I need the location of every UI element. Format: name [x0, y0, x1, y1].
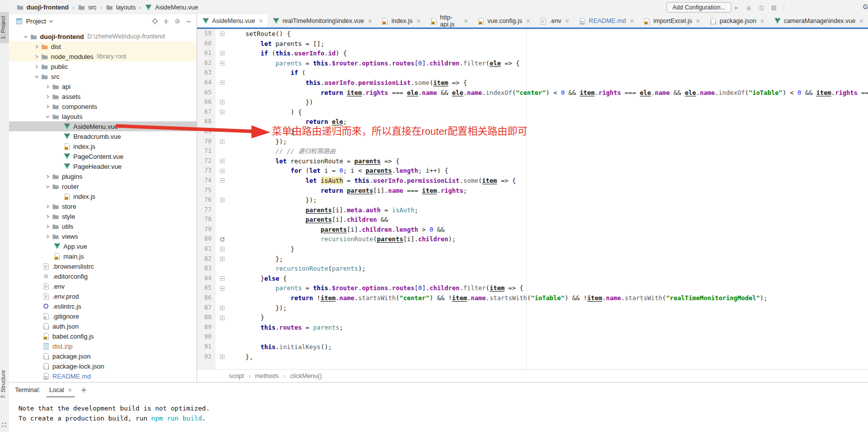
run-with-coverage-icon[interactable] [758, 5, 765, 11]
tree-item[interactable]: style [9, 211, 197, 221]
tree-item[interactable]: JSmain.js [9, 251, 197, 261]
code-line[interactable]: 64 this.userInfo.permissionList.some(ite… [197, 78, 868, 88]
chevron-right-icon[interactable] [33, 64, 40, 69]
code-line[interactable]: 81 } [197, 244, 868, 254]
close-icon[interactable] [368, 19, 372, 23]
tree-item[interactable]: JSbabel.config.js [9, 331, 197, 341]
stripe-tab-structure[interactable]: 7: Structure [0, 366, 9, 403]
fold-marker-icon[interactable] [220, 178, 224, 183]
editor-tab[interactable]: .env [535, 14, 574, 27]
fold-end-icon[interactable] [220, 139, 224, 144]
tree-item[interactable]: .gitignore [9, 311, 197, 321]
editor-tab[interactable]: JSimportExcel.js [639, 14, 705, 27]
fold-end-icon[interactable] [220, 247, 224, 251]
tree-item[interactable]: MDREADME.md [9, 371, 197, 381]
code-line[interactable]: 72 let recursionRoute = parents => { [197, 156, 868, 166]
tree-item[interactable]: duoji-frontendD:\zheheWeb\duoji-frontend [9, 31, 197, 41]
chevron-right-icon[interactable] [44, 174, 51, 179]
fold-marker-icon[interactable] [220, 276, 224, 281]
code-line[interactable]: 70 }); [197, 137, 868, 147]
hide-panel-icon[interactable] [185, 17, 193, 25]
code-line[interactable]: 84 }else { [197, 274, 868, 284]
code-line[interactable]: 88 } [197, 313, 868, 323]
tree-item[interactable]: .editorconfig [9, 271, 197, 281]
close-icon[interactable] [696, 19, 700, 23]
tree-item[interactable]: {..}package-lock.json [9, 361, 197, 371]
tree-item[interactable]: {..}package.json [9, 351, 197, 361]
code-line[interactable]: 92 }, [197, 352, 868, 362]
tree-item[interactable]: PageContent.vue [9, 151, 197, 161]
code-line[interactable]: 89 this.routes = parents; [197, 323, 868, 333]
code-breadcrumb-item[interactable]: clickMenu() [290, 373, 322, 380]
code-line[interactable]: 79 parents[i].children.length > 0 && [197, 225, 868, 235]
code-line[interactable]: 87 }); [197, 303, 868, 313]
tree-item[interactable]: src [9, 71, 197, 81]
code-line[interactable]: 61 if (this.userInfo.id) { [197, 48, 868, 58]
project-panel-title[interactable]: Project [26, 17, 46, 25]
grid-icon[interactable] [1, 422, 7, 428]
tree-item[interactable]: utils [9, 221, 197, 231]
code-line[interactable]: 80 recursionRoute(parents[i].children); [197, 234, 868, 244]
fold-end-icon[interactable] [220, 100, 224, 104]
code-line[interactable]: 76 }); [197, 195, 868, 205]
tree-item[interactable]: Breadcrumb.vue [9, 131, 197, 141]
code-line[interactable]: 78 parents[i].children && [197, 215, 868, 225]
code-line[interactable]: 91 this.initialKeys(); [197, 342, 868, 352]
tree-item[interactable]: dist [9, 41, 197, 51]
code-line[interactable]: 75 return parents[i].name === item.right… [197, 186, 868, 196]
collapse-all-icon[interactable] [162, 17, 170, 25]
editor-tab[interactable]: cameraManage\index.vue [769, 14, 868, 27]
tree-item[interactable]: JSindex.js [9, 191, 197, 201]
breadcrumb-item[interactable]: src [78, 4, 97, 11]
code-line[interactable]: 82 }; [197, 254, 868, 264]
code-viewport[interactable]: 59 setRoute() {60 let parents = [];61 if… [197, 29, 868, 370]
close-icon[interactable] [464, 19, 468, 23]
tree-item[interactable]: AsideMenu.vue [9, 121, 197, 131]
code-line[interactable]: 63 if ( [197, 68, 868, 78]
tree-item[interactable]: dist.zip [9, 341, 197, 351]
tree-item[interactable]: api [9, 81, 197, 91]
code-line[interactable]: 74 let isAuth = this.userInfo.permission… [197, 176, 868, 186]
terminal-tab-local[interactable]: Local [48, 383, 73, 398]
fold-end-icon[interactable] [220, 198, 224, 202]
chevron-down-icon[interactable] [49, 19, 53, 23]
code-line[interactable]: 85 parents = this.$router.options.routes… [197, 283, 868, 293]
code-line[interactable]: 71 // // 递归权限路由 [197, 146, 868, 156]
fold-end-icon[interactable] [220, 257, 224, 261]
tree-item[interactable]: plugins [9, 171, 197, 181]
close-icon[interactable] [760, 19, 764, 23]
editor-tab[interactable]: MDREADME.md [574, 14, 638, 27]
close-icon[interactable] [526, 19, 530, 23]
fold-marker-icon[interactable] [220, 169, 224, 173]
chevron-right-icon[interactable] [44, 204, 51, 209]
code-line[interactable]: 66 }) [197, 97, 868, 107]
run-icon[interactable] [733, 5, 739, 11]
tree-item[interactable]: layouts [9, 111, 197, 121]
tree-item[interactable]: public [9, 61, 197, 71]
fold-marker-icon[interactable] [220, 159, 224, 163]
code-breadcrumb-item[interactable]: script [229, 373, 244, 380]
chevron-right-icon[interactable] [44, 214, 51, 219]
chevron-right-icon[interactable] [44, 104, 51, 109]
stop-icon[interactable] [771, 5, 776, 10]
code-line[interactable]: 90 [197, 332, 868, 342]
breadcrumb-item[interactable]: layouts [105, 4, 136, 11]
fold-marker-icon[interactable] [220, 61, 224, 65]
tree-item[interactable]: node_moduleslibrary root [9, 51, 197, 61]
close-icon[interactable] [68, 388, 72, 392]
editor-tab[interactable]: AsideMenu.vue [197, 14, 267, 27]
fold-end-icon[interactable] [220, 355, 224, 359]
code-line[interactable]: 65 return item.rights === ele.name && el… [197, 88, 868, 98]
git-label[interactable]: Git: [863, 3, 868, 10]
chevron-down-icon[interactable] [44, 114, 51, 119]
code-line[interactable]: 62 parents = this.$router.options.routes… [197, 58, 868, 68]
fold-marker-icon[interactable] [220, 31, 224, 36]
code-line[interactable]: 67 ) { [197, 107, 868, 117]
tree-item[interactable]: router [9, 181, 197, 191]
code-line[interactable]: 83 recursionRoute(parents); [197, 264, 868, 274]
tree-item[interactable]: .env [9, 281, 197, 291]
chevron-down-icon[interactable] [44, 184, 51, 189]
tree-item[interactable]: .browserslistrc [9, 261, 197, 271]
tree-item[interactable]: .eslintrc.js [9, 301, 197, 311]
terminal-output[interactable]: Note that the development build is not o… [9, 398, 868, 424]
